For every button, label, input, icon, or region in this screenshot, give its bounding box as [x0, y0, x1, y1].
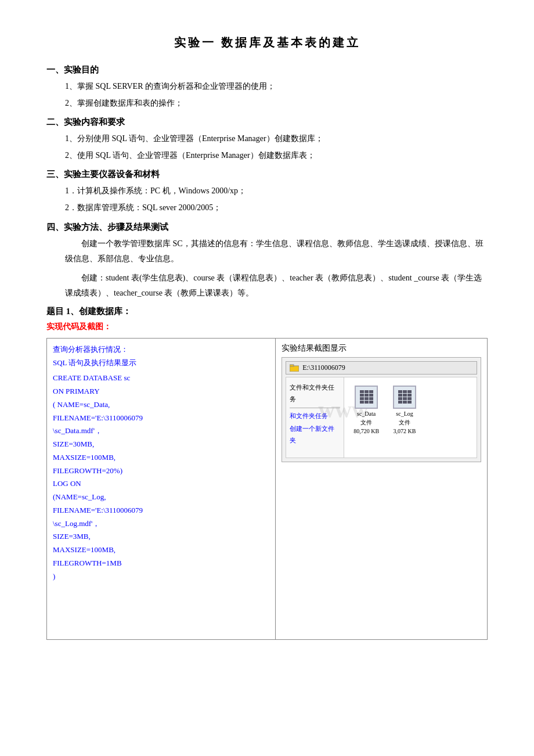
file-2-type: 文件: [399, 419, 410, 426]
action-item-2: 创建一个新文件夹: [290, 423, 340, 447]
file-item-1: sc_Data 文件 80,720 KB: [353, 386, 379, 435]
code-block: CREATE DATABASE sc ON PRIMARY ( NAME=sc_…: [53, 372, 269, 583]
code-line-6: MAXSIZE=100MB,: [53, 451, 269, 465]
section-3-heading: 三、实验主要仪器设备和材料: [46, 169, 488, 180]
section-2-heading: 二、实验内容和要求: [46, 117, 488, 128]
section-2-item-2: 2、使用 SQL 语句、企业管理器（Enterprise Manager）创建数…: [65, 148, 488, 164]
folder-icon: [290, 364, 299, 372]
code-label: 实现代码及截图：: [46, 322, 488, 332]
section-1-heading: 一、实验目的: [46, 64, 488, 75]
section-3-items: 1．计算机及操作系统：PC 机，Windows 2000/xp； 2．数据库管理…: [65, 183, 488, 215]
section-1-items: 1、掌握 SQL SERVER 的查询分析器和企业管理器的使用； 2、掌握创建数…: [65, 79, 488, 111]
section-1-item-2: 2、掌握创建数据库和表的操作；: [65, 96, 488, 111]
code-line-13: MAXSIZE=100MB,: [53, 543, 269, 557]
section-4-body1: 创建一个教学管理数据库 SC，其描述的信息有：学生信息、课程信息、教师信息、学生…: [65, 236, 488, 267]
section-3: 三、实验主要仪器设备和材料 1．计算机及操作系统：PC 机，Windows 20…: [46, 169, 488, 215]
left-panel-title1: 查询分析器执行情况：: [53, 343, 269, 357]
file-icons-area: sc_Data 文件 80,720 KB: [344, 377, 425, 458]
svg-rect-1: [290, 365, 294, 366]
section-2: 二、实验内容和要求 1、分别使用 SQL 语句、企业管理器（Enterprise…: [46, 117, 488, 163]
section-1: 一、实验目的 1、掌握 SQL SERVER 的查询分析器和企业管理器的使用； …: [46, 64, 488, 111]
code-line-9: (NAME=sc_Log,: [53, 491, 269, 504]
code-line-3: FILENAME='E:\3110006079: [53, 412, 269, 425]
section-2-item-1: 1、分别使用 SQL 语句、企业管理器（Enterprise Manager）创…: [65, 131, 488, 147]
file-2-size: 3,072 KB: [394, 427, 416, 435]
code-line-0: CREATE DATABASE sc: [53, 372, 269, 385]
code-line-15: ): [53, 570, 269, 584]
left-panel: 查询分析器执行情况： SQL 语句及执行结果显示 CREATE DATABASE…: [47, 339, 276, 639]
section-1-item-1: 1、掌握 SQL SERVER 的查询分析器和企业管理器的使用；: [65, 79, 488, 95]
file-2-name: sc_Log: [396, 410, 413, 417]
code-line-7: FILEGROWTH=20%): [53, 465, 269, 478]
section-3-item-2: 2．数据库管理系统：SQL sever 2000/2005；: [65, 200, 488, 216]
code-line-5: SIZE=30MB,: [53, 438, 269, 451]
code-line-8: LOG ON: [53, 477, 269, 491]
file-icon-1: [355, 386, 378, 409]
code-line-1: ON PRIMARY: [53, 385, 269, 398]
file-1-type: 文件: [360, 419, 372, 426]
section-3-item-1: 1．计算机及操作系统：PC 机，Windows 2000/xp；: [65, 183, 488, 199]
page-container: 实验一 数据库及基本表的建立 一、实验目的 1、掌握 SQL SERVER 的查…: [46, 35, 488, 640]
code-line-4: \sc_Data.mdf'，: [53, 424, 269, 438]
action-item-1: 和文件夹任务: [290, 411, 340, 422]
experiment-block: 查询分析器执行情况： SQL 语句及执行结果显示 CREATE DATABASE…: [46, 338, 488, 640]
right-panel: 实验结果截图显示 E:\3110006079 www: [276, 339, 487, 639]
right-panel-title: 实验结果截图显示: [282, 343, 481, 354]
folder-path: E:\3110006079: [302, 363, 345, 372]
left-actions: 文件和文件夹任务 和文件夹任务 创建一个新文件夹: [286, 377, 344, 458]
section-4: 四、实验方法、步骤及结果测试 创建一个教学管理数据库 SC，其描述的信息有：学生…: [46, 222, 488, 301]
code-line-10: FILENAME='E:\3110006079: [53, 504, 269, 517]
topic-label: 题目 1、创建数据库：: [46, 306, 488, 317]
file-1-name: sc_Data: [357, 410, 376, 417]
code-line-11: \sc_Log.mdf'，: [53, 517, 269, 531]
code-line-14: FILEGROWTH=1MB: [53, 557, 269, 570]
section-4-body: 创建一个教学管理数据库 SC，其描述的信息有：学生信息、课程信息、教师信息、学生…: [65, 236, 488, 301]
section-2-items: 1、分别使用 SQL 语句、企业管理器（Enterprise Manager）创…: [65, 131, 488, 163]
file-1-size: 80,720 KB: [353, 427, 379, 435]
right-screenshot: E:\3110006079 www 文件和文件夹任务 和文件夹任务 创建一个新文…: [282, 357, 481, 462]
section-4-heading: 四、实验方法、步骤及结果测试: [46, 222, 488, 233]
folder-bar: E:\3110006079: [286, 361, 477, 375]
file-icon-2: [393, 386, 416, 409]
page-title: 实验一 数据库及基本表的建立: [46, 35, 488, 51]
left-panel-title2: SQL 语句及执行结果显示: [53, 357, 269, 370]
file-item-2: sc_Log 文件 3,072 KB: [393, 386, 416, 435]
section-4-body2: 创建：student 表(学生信息表)、course 表（课程信息表）、teac…: [65, 271, 488, 301]
code-line-2: ( NAME=sc_Data,: [53, 398, 269, 412]
action-label-header: 文件和文件夹任务: [290, 382, 340, 405]
screenshot-inner: www 文件和文件夹任务 和文件夹任务 创建一个新文件夹: [286, 377, 477, 458]
code-line-12: SIZE=3MB,: [53, 530, 269, 543]
